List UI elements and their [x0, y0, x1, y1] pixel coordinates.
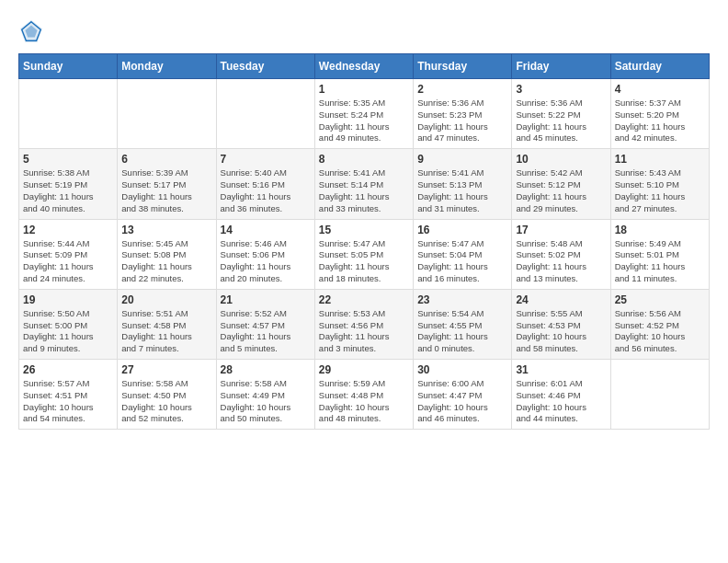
- calendar-cell: 28Sunrise: 5:58 AM Sunset: 4:49 PM Dayli…: [216, 360, 314, 430]
- day-info: Sunrise: 5:41 AM Sunset: 5:14 PM Dayligh…: [319, 167, 409, 214]
- day-info: Sunrise: 6:01 AM Sunset: 4:46 PM Dayligh…: [516, 378, 606, 425]
- calendar-week-row: 19Sunrise: 5:50 AM Sunset: 5:00 PM Dayli…: [19, 289, 710, 359]
- calendar-cell: 8Sunrise: 5:41 AM Sunset: 5:14 PM Daylig…: [314, 149, 413, 219]
- day-number: 16: [417, 224, 507, 236]
- day-number: 20: [121, 293, 211, 306]
- day-number: 14: [221, 224, 311, 236]
- calendar-cell: 22Sunrise: 5:53 AM Sunset: 4:56 PM Dayli…: [314, 289, 413, 359]
- day-info: Sunrise: 5:46 AM Sunset: 5:06 PM Dayligh…: [221, 238, 311, 285]
- calendar-cell: 25Sunrise: 5:56 AM Sunset: 4:52 PM Dayli…: [610, 289, 709, 359]
- day-number: 10: [516, 153, 606, 166]
- day-info: Sunrise: 5:42 AM Sunset: 5:12 PM Dayligh…: [516, 167, 606, 214]
- calendar-week-row: 26Sunrise: 5:57 AM Sunset: 4:51 PM Dayli…: [19, 360, 710, 430]
- day-info: Sunrise: 5:39 AM Sunset: 5:17 PM Dayligh…: [121, 167, 211, 214]
- day-number: 19: [23, 293, 113, 306]
- day-number: 22: [319, 293, 409, 306]
- day-info: Sunrise: 5:43 AM Sunset: 5:10 PM Dayligh…: [615, 167, 705, 214]
- calendar-cell: 18Sunrise: 5:49 AM Sunset: 5:01 PM Dayli…: [610, 219, 709, 289]
- day-info: Sunrise: 5:51 AM Sunset: 4:58 PM Dayligh…: [121, 308, 211, 355]
- day-info: Sunrise: 5:36 AM Sunset: 5:22 PM Dayligh…: [516, 98, 606, 144]
- calendar-header-row: SundayMondayTuesdayWednesdayThursdayFrid…: [19, 54, 710, 79]
- day-number: 17: [516, 224, 606, 236]
- day-number: 12: [23, 224, 113, 236]
- calendar-cell: 20Sunrise: 5:51 AM Sunset: 4:58 PM Dayli…: [118, 289, 216, 359]
- calendar-cell: 29Sunrise: 5:59 AM Sunset: 4:48 PM Dayli…: [314, 360, 413, 430]
- day-number: 6: [121, 153, 211, 166]
- calendar-cell: [19, 79, 118, 149]
- calendar-cell: 24Sunrise: 5:55 AM Sunset: 4:53 PM Dayli…: [512, 289, 610, 359]
- day-number: 21: [221, 293, 311, 306]
- day-number: 3: [516, 83, 606, 96]
- day-info: Sunrise: 5:40 AM Sunset: 5:16 PM Dayligh…: [221, 167, 311, 214]
- day-info: Sunrise: 5:44 AM Sunset: 5:09 PM Dayligh…: [23, 238, 113, 285]
- day-number: 18: [615, 224, 705, 236]
- calendar-cell: 15Sunrise: 5:47 AM Sunset: 5:05 PM Dayli…: [314, 219, 413, 289]
- calendar-cell: 6Sunrise: 5:39 AM Sunset: 5:17 PM Daylig…: [118, 149, 216, 219]
- day-number: 11: [615, 153, 705, 166]
- day-info: Sunrise: 5:47 AM Sunset: 5:05 PM Dayligh…: [319, 238, 409, 285]
- logo: [18, 18, 48, 44]
- day-number: 24: [516, 293, 606, 306]
- day-info: Sunrise: 5:57 AM Sunset: 4:51 PM Dayligh…: [23, 378, 113, 425]
- calendar-cell: 12Sunrise: 5:44 AM Sunset: 5:09 PM Dayli…: [19, 219, 118, 289]
- calendar-cell: 2Sunrise: 5:36 AM Sunset: 5:23 PM Daylig…: [414, 79, 512, 149]
- day-info: Sunrise: 5:38 AM Sunset: 5:19 PM Dayligh…: [23, 167, 113, 214]
- day-info: Sunrise: 5:48 AM Sunset: 5:02 PM Dayligh…: [516, 238, 606, 285]
- day-number: 2: [417, 83, 507, 96]
- day-number: 29: [319, 363, 409, 376]
- calendar-week-row: 5Sunrise: 5:38 AM Sunset: 5:19 PM Daylig…: [19, 149, 710, 219]
- day-info: Sunrise: 5:58 AM Sunset: 4:50 PM Dayligh…: [121, 378, 211, 425]
- calendar-cell: 3Sunrise: 5:36 AM Sunset: 5:22 PM Daylig…: [512, 79, 610, 149]
- day-number: 5: [23, 153, 113, 166]
- day-number: 28: [221, 363, 311, 376]
- day-info: Sunrise: 5:45 AM Sunset: 5:08 PM Dayligh…: [121, 238, 211, 285]
- calendar-cell: [118, 79, 216, 149]
- day-info: Sunrise: 5:36 AM Sunset: 5:23 PM Dayligh…: [417, 98, 507, 144]
- day-info: Sunrise: 5:49 AM Sunset: 5:01 PM Dayligh…: [615, 238, 705, 285]
- calendar-week-row: 1Sunrise: 5:35 AM Sunset: 5:24 PM Daylig…: [19, 79, 710, 149]
- day-info: Sunrise: 5:35 AM Sunset: 5:24 PM Dayligh…: [319, 98, 409, 144]
- calendar-cell: 30Sunrise: 6:00 AM Sunset: 4:47 PM Dayli…: [414, 360, 512, 430]
- calendar-cell: 23Sunrise: 5:54 AM Sunset: 4:55 PM Dayli…: [414, 289, 512, 359]
- calendar-cell: 1Sunrise: 5:35 AM Sunset: 5:24 PM Daylig…: [314, 79, 413, 149]
- calendar-cell: 11Sunrise: 5:43 AM Sunset: 5:10 PM Dayli…: [610, 149, 709, 219]
- day-number: 26: [23, 363, 113, 376]
- calendar-cell: 14Sunrise: 5:46 AM Sunset: 5:06 PM Dayli…: [216, 219, 314, 289]
- day-number: 8: [319, 153, 409, 166]
- day-info: Sunrise: 5:37 AM Sunset: 5:20 PM Dayligh…: [615, 98, 705, 144]
- day-info: Sunrise: 5:59 AM Sunset: 4:48 PM Dayligh…: [319, 378, 409, 425]
- calendar-cell: 19Sunrise: 5:50 AM Sunset: 5:00 PM Dayli…: [19, 289, 118, 359]
- day-number: 27: [121, 363, 211, 376]
- day-of-week-header: Tuesday: [216, 54, 314, 79]
- page-header: [18, 18, 710, 44]
- calendar-cell: 21Sunrise: 5:52 AM Sunset: 4:57 PM Dayli…: [216, 289, 314, 359]
- day-info: Sunrise: 5:53 AM Sunset: 4:56 PM Dayligh…: [319, 308, 409, 355]
- day-number: 31: [516, 363, 606, 376]
- calendar-cell: 13Sunrise: 5:45 AM Sunset: 5:08 PM Dayli…: [118, 219, 216, 289]
- day-number: 30: [417, 363, 507, 376]
- day-number: 9: [417, 153, 507, 166]
- day-info: Sunrise: 5:55 AM Sunset: 4:53 PM Dayligh…: [516, 308, 606, 355]
- day-number: 13: [121, 224, 211, 236]
- day-of-week-header: Thursday: [414, 54, 512, 79]
- day-of-week-header: Friday: [512, 54, 610, 79]
- day-number: 1: [319, 83, 409, 96]
- calendar-cell: 31Sunrise: 6:01 AM Sunset: 4:46 PM Dayli…: [512, 360, 610, 430]
- calendar-week-row: 12Sunrise: 5:44 AM Sunset: 5:09 PM Dayli…: [19, 219, 710, 289]
- day-number: 23: [417, 293, 507, 306]
- calendar-cell: 4Sunrise: 5:37 AM Sunset: 5:20 PM Daylig…: [610, 79, 709, 149]
- day-info: Sunrise: 5:50 AM Sunset: 5:00 PM Dayligh…: [23, 308, 113, 355]
- calendar-cell: 10Sunrise: 5:42 AM Sunset: 5:12 PM Dayli…: [512, 149, 610, 219]
- day-number: 15: [319, 224, 409, 236]
- day-info: Sunrise: 5:52 AM Sunset: 4:57 PM Dayligh…: [221, 308, 311, 355]
- calendar-cell: [216, 79, 314, 149]
- calendar-table: SundayMondayTuesdayWednesdayThursdayFrid…: [18, 53, 710, 430]
- day-info: Sunrise: 5:56 AM Sunset: 4:52 PM Dayligh…: [615, 308, 705, 355]
- day-of-week-header: Saturday: [610, 54, 709, 79]
- day-number: 25: [615, 293, 705, 306]
- calendar-cell: [610, 360, 709, 430]
- calendar-cell: 27Sunrise: 5:58 AM Sunset: 4:50 PM Dayli…: [118, 360, 216, 430]
- day-info: Sunrise: 5:47 AM Sunset: 5:04 PM Dayligh…: [417, 238, 507, 285]
- calendar-cell: 5Sunrise: 5:38 AM Sunset: 5:19 PM Daylig…: [19, 149, 118, 219]
- calendar-cell: 17Sunrise: 5:48 AM Sunset: 5:02 PM Dayli…: [512, 219, 610, 289]
